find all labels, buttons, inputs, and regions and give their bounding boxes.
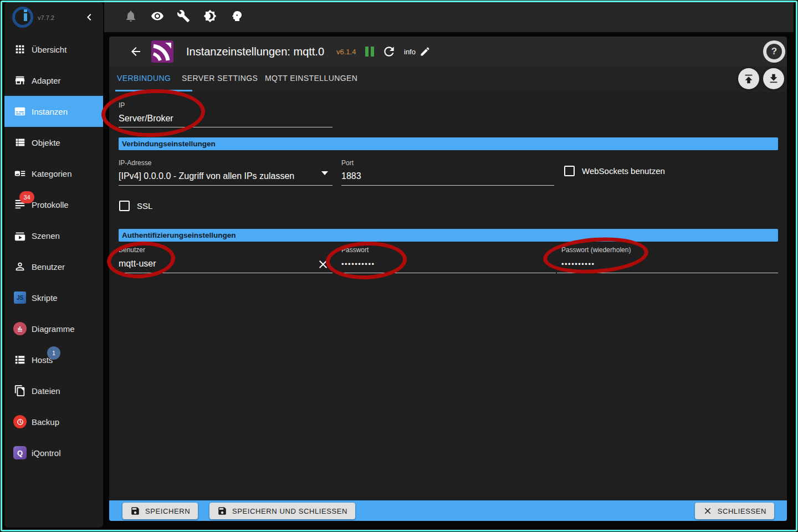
wrench-icon[interactable] bbox=[177, 9, 190, 23]
sidebar-item-hosts[interactable]: 1 Hosts bbox=[4, 344, 103, 375]
question-mark-icon: ? bbox=[766, 44, 782, 59]
sidebar-item-label: Skripte bbox=[32, 293, 58, 303]
port-label: Port bbox=[341, 159, 354, 167]
sidebar-item-adapter[interactable]: Adapter bbox=[4, 65, 103, 96]
sidebar-item-label: Szenen bbox=[32, 231, 60, 241]
form-connection-tab: IP Server/Broker Verbindungseinstellunge… bbox=[109, 92, 787, 500]
websockets-label: WebSockets benutzen bbox=[582, 166, 665, 176]
info-link[interactable]: info bbox=[404, 48, 416, 56]
sidebar-item-instanzen[interactable]: Instanzen bbox=[4, 96, 103, 127]
edit-pencil-icon[interactable] bbox=[420, 46, 431, 57]
help-button[interactable]: ? bbox=[763, 40, 785, 63]
dialog-footer: SPEICHERN SPEICHERN UND SCHLIESSEN SCHLI… bbox=[109, 500, 787, 521]
restart-instance-icon[interactable] bbox=[382, 44, 396, 59]
ip-address-label: IP-Adresse bbox=[119, 159, 151, 167]
instances-icon bbox=[13, 105, 27, 118]
apps-icon bbox=[13, 43, 27, 56]
tab-server-settings[interactable]: SERVER SETTINGS bbox=[182, 74, 258, 83]
save-button[interactable]: SPEICHERN bbox=[122, 503, 198, 519]
pause-instance-icon[interactable] bbox=[365, 47, 375, 57]
iqontrol-icon: Q bbox=[13, 446, 27, 459]
save-icon bbox=[130, 506, 140, 516]
section-connection-settings: Verbindungseinstellungen bbox=[119, 137, 778, 150]
mqtt-adapter-logo bbox=[151, 40, 173, 63]
password-repeat-input[interactable]: •••••••••• bbox=[561, 260, 595, 268]
sidebar-item-label: Objekte bbox=[32, 138, 60, 147]
download-icon bbox=[768, 73, 780, 85]
logs-count-badge: 34 bbox=[19, 191, 34, 203]
port-input[interactable]: 1883 bbox=[341, 171, 361, 181]
sidebar-item-skripte[interactable]: JS Skripte bbox=[4, 282, 103, 313]
ssl-checkbox[interactable] bbox=[119, 201, 130, 211]
theme-toggle-icon[interactable] bbox=[203, 9, 217, 23]
close-button[interactable]: SCHLIESSEN bbox=[695, 503, 774, 519]
dialog-title: Instanzeinstellungen: mqtt.0 bbox=[186, 37, 324, 66]
password-label: Passwort bbox=[341, 246, 369, 254]
expert-mode-icon[interactable] bbox=[230, 9, 243, 23]
password-input[interactable]: •••••••••• bbox=[341, 260, 375, 268]
visibility-icon[interactable] bbox=[151, 9, 164, 23]
sidebar-item-kategorien[interactable]: Kategorien bbox=[4, 158, 103, 189]
save-icon bbox=[217, 506, 227, 516]
sidebar-menu: Übersicht Adapter Instanzen Objekte bbox=[4, 34, 103, 468]
tab-verbindung[interactable]: VERBINDUNG bbox=[117, 74, 171, 83]
save-button-label: SPEICHERN bbox=[145, 507, 190, 515]
files-icon bbox=[13, 384, 27, 397]
tab-bar: VERBINDUNG SERVER SETTINGS MQTT EINSTELL… bbox=[109, 66, 787, 92]
sidebar-item-uebersicht[interactable]: Übersicht bbox=[4, 34, 103, 65]
chevron-down-icon[interactable] bbox=[321, 171, 328, 175]
adapter-version: v6.1.4 bbox=[336, 48, 356, 56]
ssl-label: SSL bbox=[137, 201, 152, 211]
import-settings-button[interactable] bbox=[738, 68, 759, 89]
active-tab-indicator bbox=[115, 90, 192, 91]
sidebar-item-label: Instanzen bbox=[32, 107, 68, 116]
scenes-icon bbox=[13, 229, 27, 242]
save-and-close-button[interactable]: SPEICHERN UND SCHLIESSEN bbox=[209, 503, 355, 519]
sidebar-item-benutzer[interactable]: Benutzer bbox=[4, 251, 103, 282]
javascript-icon: JS bbox=[13, 291, 27, 304]
topbar bbox=[104, 0, 794, 32]
backup-icon bbox=[13, 415, 27, 428]
sidebar-item-label: Diagramme bbox=[32, 324, 75, 334]
save-and-close-button-label: SPEICHERN UND SCHLIESSEN bbox=[232, 507, 347, 515]
ip-type-select[interactable]: Server/Broker bbox=[119, 114, 173, 124]
password-repeat-label: Passwort (wiederholen) bbox=[561, 246, 631, 254]
admin-version: v7.7.2 bbox=[38, 14, 54, 21]
close-button-label: SCHLIESSEN bbox=[718, 507, 766, 515]
user-input[interactable]: mqtt-user bbox=[119, 259, 156, 269]
tab-mqtt-einstellungen[interactable]: MQTT EINSTELLUNGEN bbox=[265, 74, 357, 83]
sidebar-item-backup[interactable]: Backup bbox=[4, 406, 103, 437]
sidebar-item-label: Backup bbox=[32, 417, 59, 427]
sidebar-item-iqontrol[interactable]: Q iQontrol bbox=[4, 437, 103, 468]
ip-type-label: IP bbox=[119, 101, 125, 109]
section-auth-settings: Authentifizierungseinstellungen bbox=[119, 229, 778, 242]
iobroker-logo-icon bbox=[12, 7, 33, 28]
hosts-count-badge: 1 bbox=[47, 346, 60, 360]
collapse-sidebar-button[interactable] bbox=[83, 11, 96, 24]
user-icon bbox=[13, 260, 27, 273]
export-settings-button[interactable] bbox=[763, 68, 784, 89]
sidebar: v7.7.2 Übersicht Adapter Instanzen bbox=[4, 2, 103, 528]
websockets-checkbox[interactable] bbox=[564, 166, 575, 176]
objects-list-icon bbox=[13, 136, 27, 149]
sidebar-item-protokolle[interactable]: 34 Protokolle bbox=[4, 189, 103, 220]
sidebar-item-label: Kategorien bbox=[32, 169, 72, 178]
store-icon bbox=[13, 74, 27, 87]
hosts-icon bbox=[13, 353, 27, 366]
user-label: Benutzer bbox=[119, 246, 145, 254]
upload-icon bbox=[743, 73, 755, 85]
clear-user-icon[interactable] bbox=[316, 258, 330, 271]
sidebar-item-szenen[interactable]: Szenen bbox=[4, 220, 103, 251]
instance-settings-dialog: Instanzeinstellungen: mqtt.0 v6.1.4 info… bbox=[109, 37, 787, 521]
sidebar-item-label: Benutzer bbox=[32, 262, 65, 272]
app-root: v7.7.2 Übersicht Adapter Instanzen bbox=[0, 0, 798, 532]
notifications-icon[interactable] bbox=[124, 9, 137, 23]
sidebar-item-label: iQontrol bbox=[32, 448, 61, 458]
sidebar-item-objekte[interactable]: Objekte bbox=[4, 127, 103, 158]
sidebar-header: v7.7.2 bbox=[4, 2, 103, 32]
sidebar-item-label: Protokolle bbox=[32, 200, 69, 209]
back-arrow-icon[interactable] bbox=[129, 45, 142, 58]
sidebar-item-diagramme[interactable]: Diagramme bbox=[4, 313, 103, 344]
ip-address-select[interactable]: [IPv4] 0.0.0.0 - Zugriff von allen IPs z… bbox=[119, 171, 294, 181]
sidebar-item-dateien[interactable]: Dateien bbox=[4, 375, 103, 406]
